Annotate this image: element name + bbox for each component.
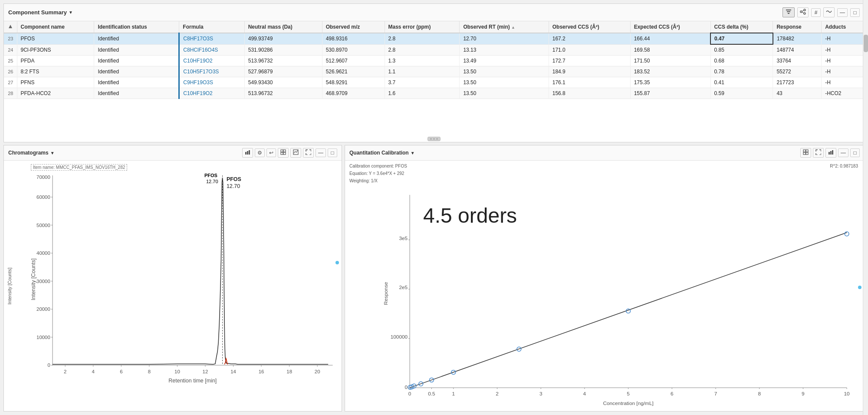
calibration-component: Calibration component: PFOS: [349, 162, 860, 170]
chromatogram-toolbar: ⚙ ↩ — □: [242, 148, 337, 158]
svg-text:10000: 10000: [36, 335, 50, 340]
row-formula: C9HF19O3S: [179, 77, 244, 88]
col-obs-mz[interactable]: Observed m/z: [322, 21, 385, 33]
svg-rect-64: [830, 151, 832, 155]
chrom-maximize-btn[interactable]: □: [328, 148, 337, 157]
col-id-status[interactable]: Identification status: [94, 21, 179, 33]
row-formula: C10HF19O2: [179, 88, 244, 99]
row-mass-error: 1.1: [385, 66, 460, 77]
svg-text:20: 20: [315, 369, 320, 374]
share-button[interactable]: [797, 7, 809, 17]
svg-text:3: 3: [539, 391, 542, 397]
col-exp-ccs[interactable]: Expected CCS (Å²): [630, 21, 710, 33]
weighting: Weighting: 1/X: [349, 177, 860, 184]
quant-grid-btn[interactable]: [800, 148, 811, 158]
chrom-minimize-btn[interactable]: —: [316, 148, 326, 157]
row-component-name: 8:2 FTS: [17, 66, 94, 77]
col-sort[interactable]: [4, 21, 17, 33]
filter-button[interactable]: [783, 7, 795, 17]
table-row[interactable]: 27PFNSIdentifiedC9HF19O3S549.93430548.92…: [4, 77, 864, 88]
table-row[interactable]: 268:2 FTSIdentifiedC10H5F17O3S527.968795…: [4, 66, 864, 77]
quant-barchart-btn[interactable]: [825, 148, 836, 158]
row-component-name: PFNS: [17, 77, 94, 88]
svg-text:Intensity [Counts]: Intensity [Counts]: [30, 258, 36, 300]
row-formula: C10H5F17O3S: [179, 66, 244, 77]
hash-button[interactable]: #: [811, 8, 821, 17]
chrom-gear-btn[interactable]: ⚙: [255, 148, 265, 157]
quant-dropdown-icon[interactable]: ▼: [411, 151, 415, 155]
svg-text:4: 4: [583, 391, 586, 397]
row-ccs-delta: 0.47: [710, 33, 773, 44]
table-row[interactable]: 249Cl-PF3ONSIdentifiedC8HClF16O4S531.902…: [4, 44, 864, 56]
scrollbar-thumb: [864, 35, 868, 52]
row-formula: C10HF19O2: [179, 56, 244, 66]
row-obs-rt: 13.13: [460, 44, 549, 56]
row-component-name: PFOS: [17, 33, 94, 44]
top-panel-toolbar: # — □: [783, 7, 860, 17]
col-neutral-mass[interactable]: Neutral mass (Da): [244, 21, 322, 33]
row-obs-ccs: 167.2: [549, 33, 630, 44]
col-formula[interactable]: Formula: [179, 21, 244, 33]
chrom-linechart-btn[interactable]: [290, 148, 301, 158]
table-row[interactable]: 28PFDA-HCO2IdentifiedC10HF19O2513.967324…: [4, 88, 864, 99]
row-response: 43: [773, 88, 822, 99]
row-obs-ccs: 176.1: [549, 77, 630, 88]
chrom-expand-btn[interactable]: [303, 148, 314, 158]
chrom-grid-btn[interactable]: [278, 148, 289, 158]
svg-point-3: [804, 9, 806, 11]
col-ccs-delta[interactable]: CCS delta (%): [710, 21, 773, 33]
svg-text:30000: 30000: [36, 279, 50, 284]
quantitation-title: Quantitation Calibration ▼: [349, 150, 415, 156]
panel-divider[interactable]: [427, 137, 441, 141]
chrom-dropdown-icon[interactable]: ▼: [50, 151, 55, 155]
title-dropdown-icon[interactable]: ▼: [69, 10, 73, 15]
row-num: 25: [4, 56, 17, 66]
row-component-name: PFDA: [17, 56, 94, 66]
minimize-button[interactable]: —: [837, 8, 848, 17]
table-row[interactable]: 23PFOSIdentifiedC8HF17O3S499.93749498.93…: [4, 33, 864, 44]
component-table: Component name Identification status For…: [4, 21, 864, 99]
quant-maximize-btn[interactable]: □: [850, 148, 860, 157]
component-summary-title: Component Summary ▼: [8, 9, 73, 16]
table-row[interactable]: 25PFDAIdentifiedC10HF19O2513.96732512.96…: [4, 56, 864, 66]
row-neutral-mass: 499.93749: [244, 33, 322, 44]
row-formula: C8HF17O3S: [179, 33, 244, 44]
col-response[interactable]: Response: [773, 21, 822, 33]
svg-text:70000: 70000: [36, 175, 50, 180]
col-adducts[interactable]: Adducts: [822, 21, 864, 33]
svg-text:PFOS: PFOS: [227, 176, 241, 182]
col-obs-rt[interactable]: Observed RT (min) ▲: [460, 21, 549, 33]
svg-text:0: 0: [47, 362, 50, 368]
row-mass-error: 2.8: [385, 33, 460, 44]
svg-rect-61: [803, 152, 806, 155]
orders-label: 4.5 orders: [423, 204, 517, 227]
row-ccs-delta: 0.68: [710, 56, 773, 66]
svg-text:9: 9: [802, 391, 805, 397]
chromatogram-title: Chromatograms ▼: [8, 150, 55, 156]
chromatogram-header: Chromatograms ▼ ⚙ ↩: [4, 145, 342, 161]
col-mass-error[interactable]: Mass error (ppm): [385, 21, 460, 33]
chrom-title-text: Chromatograms: [8, 150, 49, 156]
row-ccs-delta: 0.41: [710, 77, 773, 88]
quant-expand-btn[interactable]: [813, 148, 824, 158]
chromatogram-svg: 0 10000 20000 30000 40000 50000 60000 70…: [30, 165, 337, 394]
svg-point-111: [431, 138, 432, 140]
col-component-name[interactable]: Component name: [17, 21, 94, 33]
quantitation-toolbar: — □: [800, 148, 860, 158]
chrom-item-label: Item name: MMCC_PFAS_IMS_NOV16TH_282: [31, 164, 127, 171]
component-summary-panel: Component Summary ▼ # — □: [3, 3, 865, 142]
chrom-barchart-btn[interactable]: [242, 148, 253, 158]
row-mass-error: 2.8: [385, 44, 460, 56]
col-obs-ccs[interactable]: Observed CCS (Å²): [549, 21, 630, 33]
graph-button[interactable]: [823, 7, 835, 17]
maximize-button[interactable]: □: [850, 8, 860, 17]
svg-text:100000: 100000: [391, 334, 408, 340]
chromatogram-chart-area: Item name: MMCC_PFAS_IMS_NOV16TH_282 PFO…: [4, 161, 342, 411]
chrom-blue-dot: [335, 261, 339, 264]
chrom-undo-btn[interactable]: ↩: [266, 148, 276, 157]
quant-minimize-btn[interactable]: —: [838, 148, 848, 157]
svg-point-113: [437, 138, 438, 140]
row-mass-error: 3.7: [385, 77, 460, 88]
bottom-panels: Chromatograms ▼ ⚙ ↩: [3, 145, 865, 412]
svg-text:50000: 50000: [36, 223, 50, 228]
